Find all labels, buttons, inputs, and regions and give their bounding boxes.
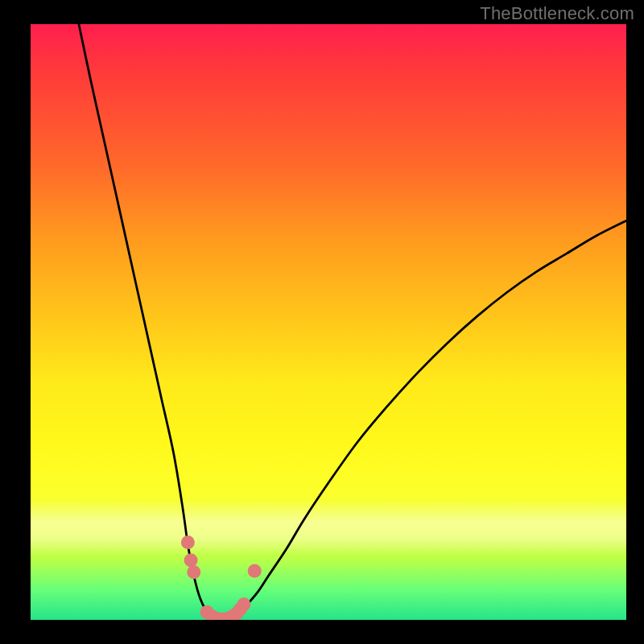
- plot-area: [31, 24, 626, 620]
- data-marker: [237, 597, 250, 611]
- bottleneck-curve: [31, 24, 626, 620]
- data-marker: [248, 564, 262, 578]
- chart-frame: TheBottleneck.com: [0, 0, 644, 644]
- data-marker: [187, 565, 200, 579]
- curve-right-branch: [233, 221, 626, 617]
- data-marker: [181, 535, 195, 549]
- marker-group: [181, 535, 262, 620]
- watermark-text: TheBottleneck.com: [480, 3, 634, 24]
- data-marker: [184, 554, 198, 568]
- curve-left-branch: [79, 24, 211, 617]
